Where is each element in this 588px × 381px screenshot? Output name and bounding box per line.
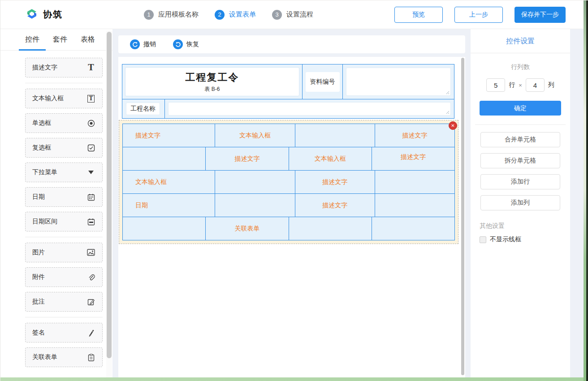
widget-item-附件[interactable]: 附件 bbox=[25, 267, 103, 287]
table-cell-描述文字[interactable]: 描述文字 bbox=[372, 147, 455, 171]
undo-button[interactable]: 撤销 bbox=[130, 39, 156, 49]
doc-number-textarea[interactable] bbox=[346, 68, 451, 96]
widget-item-单选框[interactable]: 单选框 bbox=[25, 113, 103, 133]
widget-item-图片[interactable]: 图片 bbox=[25, 243, 103, 262]
project-name-cell: 工程名称 bbox=[122, 99, 165, 118]
canvas-column: 撤销 恢复 bbox=[118, 29, 465, 381]
settings-panel: 控件设置 行列数 行 × 列 确定 合并单元格拆分单元格添加行添加列 其他设置 … bbox=[471, 29, 570, 381]
wizard-step-1[interactable]: 1应用模板名称 bbox=[144, 10, 199, 20]
table-cell-文本输入框[interactable]: 文本输入框 bbox=[215, 124, 295, 147]
widget-item-label: 描述文字 bbox=[32, 64, 57, 72]
undo-label: 撤销 bbox=[143, 40, 156, 48]
widget-item-label: 签名 bbox=[32, 329, 45, 337]
table-cell-日期[interactable]: 日期 bbox=[123, 194, 215, 217]
redo-button[interactable]: 恢复 bbox=[173, 39, 199, 49]
table-cell-描述文字[interactable]: 描述文字 bbox=[375, 124, 455, 147]
previous-step-button[interactable]: 上一步 bbox=[454, 7, 503, 23]
rowcol-label: 行列数 bbox=[480, 63, 561, 71]
doc-number-cell: 资料编号 bbox=[303, 64, 343, 99]
redo-label: 恢复 bbox=[186, 40, 199, 48]
project-name-textarea[interactable] bbox=[168, 102, 451, 116]
confirm-button[interactable]: 确定 bbox=[480, 101, 561, 116]
table-cell-empty[interactable] bbox=[123, 217, 206, 240]
dropdown-icon bbox=[86, 170, 95, 175]
input-text-icon: T bbox=[86, 95, 95, 103]
table-cell-文本输入框[interactable]: 文本输入框 bbox=[123, 171, 215, 194]
hide-border-checkbox[interactable] bbox=[480, 236, 486, 243]
wizard-step-2[interactable]: 2设置表单 bbox=[215, 10, 256, 20]
table-cell-empty[interactable] bbox=[123, 147, 206, 171]
save-next-button[interactable]: 保存并下一步 bbox=[514, 7, 566, 23]
table-cell-描述文字[interactable]: 描述文字 bbox=[206, 147, 289, 171]
table-row: 日期描述文字 bbox=[123, 194, 455, 217]
form-header-block: 工程复工令 表 B-6 资料编号 工程名称 bbox=[122, 64, 454, 119]
calendar-range-icon bbox=[86, 218, 95, 226]
rows-input[interactable] bbox=[486, 78, 505, 92]
widget-item-日期区间[interactable]: 日期区间 bbox=[25, 212, 103, 231]
table-cell-empty[interactable] bbox=[289, 217, 372, 240]
table-cell-描述文字[interactable]: 描述文字 bbox=[295, 194, 375, 217]
project-name-label[interactable]: 工程名称 bbox=[126, 103, 160, 115]
project-name-input-cell bbox=[165, 99, 454, 118]
widget-group-divider bbox=[25, 317, 103, 317]
table-cell-empty[interactable] bbox=[375, 171, 455, 194]
table-action-合并单元格[interactable]: 合并单元格 bbox=[480, 132, 560, 147]
sidebar-tab-表格[interactable]: 表格 bbox=[81, 29, 95, 50]
table-cell-描述文字[interactable]: 描述文字 bbox=[123, 124, 215, 147]
table-cell-empty[interactable] bbox=[215, 171, 295, 194]
step-number-badge: 1 bbox=[144, 10, 154, 20]
table-cell-empty[interactable] bbox=[375, 194, 455, 217]
table-cell-文本输入框[interactable]: 文本输入框 bbox=[289, 147, 372, 171]
table-cell-empty[interactable] bbox=[372, 217, 455, 240]
cols-input[interactable] bbox=[526, 78, 545, 92]
widget-item-文本输入框[interactable]: 文本输入框T bbox=[25, 89, 103, 108]
selected-table-widget[interactable]: ✕ 描述文字文本输入框描述文字描述文字文本输入框描述文字文本输入框描述文字日期描… bbox=[119, 120, 458, 244]
annotation-icon bbox=[86, 298, 95, 306]
table-cell-empty[interactable] bbox=[215, 194, 295, 217]
widget-item-批注[interactable]: 批注 bbox=[25, 292, 103, 312]
widget-item-复选框[interactable]: 复选框 bbox=[25, 138, 103, 158]
widget-sidebar: 控件套件表格 描述文字T文本输入框T单选框复选框下拉菜单日期日期区间图片附件批注… bbox=[0, 29, 112, 381]
widget-item-关联表单[interactable]: 关联表单 bbox=[25, 347, 103, 367]
widget-item-label: 复选框 bbox=[32, 144, 51, 152]
wizard-stepper: 1应用模板名称2设置表单3设置流程 bbox=[144, 10, 313, 20]
delete-table-button[interactable]: ✕ bbox=[449, 121, 457, 130]
wizard-step-3[interactable]: 3设置流程 bbox=[272, 10, 313, 20]
form-header-row2: 工程名称 bbox=[122, 99, 454, 118]
other-settings-label: 其他设置 bbox=[480, 222, 561, 230]
step-number-badge: 3 bbox=[272, 10, 282, 20]
table-action-添加行[interactable]: 添加行 bbox=[480, 174, 560, 189]
form-canvas: 工程复工令 表 B-6 资料编号 工程名称 bbox=[118, 57, 465, 381]
sidebar-scrollbar-thumb[interactable] bbox=[107, 32, 112, 358]
app-body: 控件套件表格 描述文字T文本输入框T单选框复选框下拉菜单日期日期区间图片附件批注… bbox=[0, 29, 588, 381]
hide-border-option[interactable]: 不显示线框 bbox=[480, 235, 561, 244]
widget-item-签名[interactable]: 签名 bbox=[25, 323, 103, 342]
table-row: 描述文字文本输入框描述文字 bbox=[123, 124, 455, 147]
settings-panel-body: 行列数 行 × 列 确定 合并单元格拆分单元格添加行添加列 其他设置 不显示线框 bbox=[471, 53, 570, 244]
table-cell-empty[interactable] bbox=[295, 124, 375, 147]
linked-form-icon bbox=[86, 354, 95, 361]
widget-item-下拉菜单[interactable]: 下拉菜单 bbox=[25, 163, 103, 182]
table-cell-描述文字[interactable]: 描述文字 bbox=[295, 171, 375, 194]
hide-border-label: 不显示线框 bbox=[490, 235, 521, 244]
sidebar-tabs: 控件套件表格 bbox=[0, 29, 112, 51]
preview-button[interactable]: 预览 bbox=[394, 7, 443, 23]
widget-item-描述文字[interactable]: 描述文字T bbox=[25, 58, 103, 77]
doc-number-label[interactable]: 资料编号 bbox=[306, 72, 340, 92]
table-action-拆分单元格[interactable]: 拆分单元格 bbox=[480, 153, 560, 168]
table-cell-关联表单[interactable]: 关联表单 bbox=[206, 217, 289, 240]
form-title-widget[interactable]: 工程复工令 表 B-6 bbox=[125, 67, 299, 96]
table-action-添加列[interactable]: 添加列 bbox=[480, 195, 560, 210]
sidebar-scrollbar bbox=[106, 31, 112, 378]
cols-unit: 列 bbox=[548, 81, 554, 89]
sidebar-tab-套件[interactable]: 套件 bbox=[53, 29, 67, 50]
widget-item-日期[interactable]: 日期 bbox=[25, 187, 103, 207]
table-action-buttons: 合并单元格拆分单元格添加行添加列 bbox=[480, 132, 561, 210]
app-window: 协筑 1应用模板名称2设置表单3设置流程 预览 上一步 保存并下一步 控件套件表… bbox=[0, 0, 588, 381]
canvas-scrollbar-thumb[interactable] bbox=[461, 58, 464, 375]
widget-item-label: 日期 bbox=[32, 193, 45, 201]
signature-icon bbox=[86, 329, 95, 337]
sidebar-tab-控件[interactable]: 控件 bbox=[25, 29, 39, 50]
app-logo: 协筑 bbox=[25, 7, 63, 22]
calendar-icon bbox=[86, 193, 95, 201]
